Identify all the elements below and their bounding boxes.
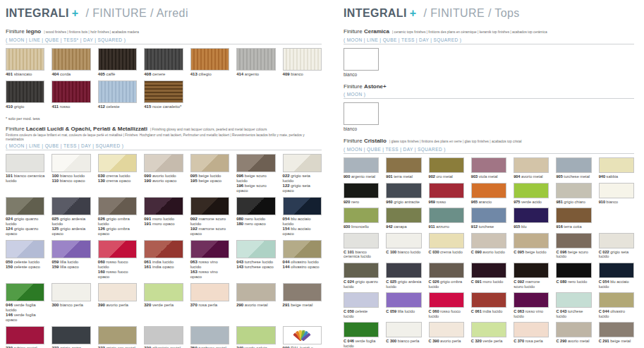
swatch-code: C 063: [514, 309, 524, 313]
swatch-cell: 916 terra cotta: [556, 208, 591, 231]
swatch-label: C 080 nero lucido: [556, 280, 591, 284]
swatch-code: 975: [514, 200, 520, 204]
swatch-code: 046: [6, 303, 13, 307]
swatch-name: crema lucido: [107, 174, 130, 178]
swatch-code: 902: [429, 174, 435, 179]
swatch-cell: 046 verde foglia lucido146 verde foglia …: [6, 283, 44, 324]
swatch-code-opaco: 190: [144, 179, 151, 183]
swatch-name: bianco: [607, 200, 618, 204]
swatch-code: C 025: [386, 280, 396, 284]
swatch-label: 411 rosso: [51, 104, 90, 109]
swatch-code-opaco: 154: [283, 227, 290, 231]
swatch-cell: 408 cenere: [144, 48, 183, 78]
swatch-name: grigio antracite: [394, 200, 420, 204]
swatch-row: 046 verde foglia lucido146 verde foglia …: [6, 283, 322, 324]
turchese-lucido-swatch: [236, 240, 275, 258]
swatch-cell: 969 rosso: [429, 183, 464, 206]
swatch-cell: 026 grigio ombra lucido126 grigio ombra …: [98, 197, 137, 238]
avorio-metal-swatch: [556, 322, 591, 337]
swatch-label: C 054 blu acciaio lucido: [599, 280, 634, 289]
verde-acido-swatch: [514, 183, 549, 198]
swatch-cell: C 080 nero lucido: [556, 263, 591, 290]
swatch-code: C 090: [471, 250, 482, 254]
swatch-name: india lucido: [152, 260, 174, 264]
section-translations: | glass tops finishes | finitions des pl…: [389, 140, 522, 143]
azzurro-swatch: [429, 208, 464, 223]
swatch-code: 960: [386, 200, 392, 204]
cenere-swatch: [144, 48, 183, 71]
swatch-cell: C 054 blu acciaio lucido: [599, 263, 634, 290]
swatch-label: 942 canapa: [386, 224, 421, 229]
swatch-code: C 044: [599, 309, 609, 313]
swatch-name-opaco: india opaco: [152, 265, 174, 269]
swatch-cell: C 060 rosso fuoco lucido: [429, 292, 464, 320]
swatch-code: 390: [98, 303, 105, 307]
swatch-label: 916 terra cotta: [556, 224, 591, 229]
swatch-cell: 095 beige lucido195 beige opaco: [190, 154, 229, 195]
swatch-label: 404 corda: [51, 72, 90, 77]
swatch-name: rosa perla: [525, 339, 543, 343]
swatch-cell: bianco: [344, 102, 379, 133]
models-list: ( MOON | LINE | QUBE | TESS | DAY | SQUA…: [6, 143, 322, 148]
swatch-code-opaco: 195: [190, 179, 198, 183]
section-heading: Finiture Laccati Lucidi & Opachi, Perlat…: [6, 126, 322, 133]
swatch-cell: C 390 avorio perla: [429, 322, 464, 348]
verde-perla-swatch: [144, 283, 183, 301]
avorio-metal-swatch: [236, 283, 275, 301]
swatch-code: 401: [6, 72, 13, 76]
swatch-name-opaco: moro opaco: [152, 222, 175, 226]
olivastro-lucido-swatch: [283, 240, 322, 258]
swatch-name: ciliegio: [198, 72, 211, 76]
swatch-cell: C 092 marrone scuro lucido: [514, 263, 549, 290]
swatch-cell: 091 moro lucido191 moro opaco: [144, 197, 183, 238]
rubino-metal-swatch: [6, 326, 44, 344]
swatch-cell: 059 lilla lucido159 lilla opaco: [51, 240, 90, 281]
alluminio-metal-swatch: [144, 326, 183, 344]
swatch-label: 080 nero lucido180 nero opaco: [236, 217, 275, 227]
swatch-code-opaco: 126: [98, 227, 105, 231]
swatch-cell: 063 rosso vino lucido163 rosso vino opac…: [190, 240, 229, 281]
swatch-label: 046 verde foglia lucido146 verde foglia …: [6, 303, 44, 323]
brand-plus: +: [410, 7, 417, 19]
blu-acciaio-lucido-swatch: [283, 197, 322, 215]
models-list: ( MOON | LINE | QUBE | TESS* | DAY | SQU…: [6, 37, 322, 42]
swatch-label: 912 turchese: [471, 224, 506, 229]
swatch-code-opaco: 191: [144, 222, 151, 226]
swatch-code: C 096: [556, 250, 566, 254]
terra-cotta-swatch: [556, 208, 591, 223]
swatch-code: C 095: [514, 250, 524, 254]
swatch-cell: 940 sabbia: [599, 157, 634, 181]
swatch-code: 061: [144, 260, 151, 264]
swatch-label: 960 grigio antracite: [386, 200, 421, 205]
swatch-label: C 290 avorio metal: [556, 339, 591, 344]
swatch-code: 044: [283, 260, 290, 264]
swatch-code: C 059: [386, 309, 396, 313]
swatch-cell: 903 viola metal: [471, 157, 506, 181]
oro-metal-swatch: [429, 157, 464, 173]
swatch-code: 916: [556, 224, 562, 229]
swatch-code: 409: [283, 72, 290, 76]
swatch-code: C 291: [599, 339, 609, 343]
section-title-prefix: Finiture: [344, 28, 363, 35]
swatch-code: C 050: [344, 309, 354, 313]
celeste-swatch: [98, 80, 137, 103]
swatch-label: 063 rosso vino lucido163 rosso vino opac…: [190, 260, 229, 280]
swatch-name: bianco lucido: [60, 174, 85, 178]
finish-section: Finiture Ceramica| ceramic tops finishes…: [344, 28, 634, 78]
rosso-vino-lucido-swatch: [190, 240, 229, 258]
swatch-code: 300: [51, 303, 59, 307]
nero-lucido-swatch: [236, 197, 275, 215]
moro-lucido-swatch: [471, 263, 506, 278]
rosso-fuoco-lucido-swatch: [98, 240, 137, 258]
section-title-prefix: Finiture: [6, 28, 25, 35]
swatch-row: 930 limoncello942 canapa911 azzurro912 t…: [344, 208, 634, 231]
swatch-label: 408 cenere: [144, 72, 183, 77]
swatch-code: C 092: [514, 280, 524, 284]
swatch-name: bianco lucido: [398, 250, 421, 254]
swatch-code-opaco: 180: [236, 222, 243, 226]
swatch-name: verde perla: [482, 339, 502, 343]
swatch-name: moro lucido: [152, 217, 174, 221]
swatch-label: C 096 beige scuro lucido: [556, 250, 591, 259]
swatch-name: terra metal: [394, 174, 413, 179]
swatch-row: 900 argento metal901 terra metal902 oro …: [344, 157, 634, 181]
